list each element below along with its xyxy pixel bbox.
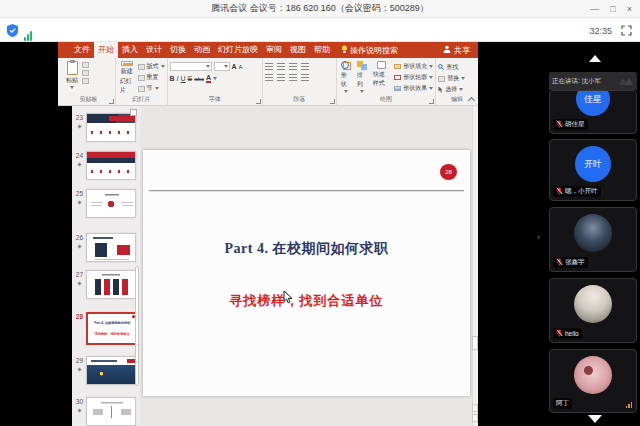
scroll-up-triangle-icon[interactable] — [589, 55, 601, 62]
avatar-photo — [574, 214, 612, 252]
thumbnail-row-28-selected[interactable]: 28 Part 4. 在校期间如何求职 寻找榜样，找到合适单位 — [72, 312, 138, 345]
find-button[interactable]: 查找 — [438, 63, 465, 72]
bullets-icon[interactable] — [265, 63, 273, 70]
section-button[interactable]: 节 — [138, 84, 165, 93]
underline-button[interactable]: U — [181, 75, 186, 82]
shape-fill-icon — [394, 64, 401, 69]
slide-number: 24 — [72, 151, 83, 159]
format-painter-icon[interactable] — [82, 78, 89, 84]
reset-button[interactable]: 重置 — [138, 73, 165, 82]
slide-thumbnail[interactable] — [86, 356, 136, 385]
drawing-dialog-launcher[interactable] — [429, 99, 434, 104]
participant-tile-3[interactable]: 张鑫宇 — [549, 207, 637, 272]
person-icon — [443, 45, 451, 55]
animation-star-icon — [77, 200, 81, 204]
slide-thumbnail[interactable] — [86, 113, 136, 142]
copy-icon[interactable] — [82, 70, 89, 76]
tab-review[interactable]: 审阅 — [262, 42, 286, 58]
ribbon-toolbar: 粘贴 剪贴板 新建 幻灯片 — [58, 58, 478, 106]
editor-scrollbar-thumb[interactable] — [472, 336, 478, 350]
editor-scroll-arrows[interactable] — [472, 404, 478, 422]
thumb-panel-button[interactable] — [130, 109, 137, 116]
font-name-combo[interactable] — [170, 62, 212, 71]
shield-icon — [7, 23, 18, 41]
panel-collapse-chevron-icon[interactable]: › — [537, 232, 540, 242]
tab-home[interactable]: 开始 — [94, 42, 118, 58]
justify-icon[interactable] — [301, 74, 309, 81]
grow-font-button[interactable]: A — [232, 63, 237, 70]
tab-slideshow[interactable]: 幻灯片放映 — [214, 42, 262, 58]
font-size-combo[interactable] — [214, 62, 230, 71]
indent-decrease-icon[interactable] — [289, 63, 297, 70]
connection-signal-icon — [626, 402, 633, 408]
clear-format-button[interactable]: abc — [194, 76, 204, 82]
shape-effects-button[interactable]: 形状效果 — [394, 84, 433, 93]
select-button[interactable]: 选择 — [438, 85, 465, 94]
participant-tile-5[interactable]: 阿丁 — [549, 349, 637, 413]
shape-fill-button[interactable]: 形状填充 — [394, 62, 433, 71]
tab-design[interactable]: 设计 — [142, 42, 166, 58]
bold-button[interactable]: B — [170, 75, 175, 82]
powerpoint-window: 文件 开始 插入 设计 切换 动画 幻灯片放映 审阅 视图 帮助 操作说明搜索 — [58, 42, 478, 426]
slide-thumbnail[interactable] — [86, 189, 136, 218]
tab-view[interactable]: 视图 — [286, 42, 310, 58]
numbering-icon[interactable] — [277, 63, 285, 70]
share-button[interactable]: 共享 — [443, 42, 470, 58]
align-left-icon[interactable] — [265, 74, 273, 81]
participant-tile-4[interactable]: hello — [549, 278, 637, 343]
slide-thumbnail[interactable] — [86, 270, 136, 299]
tab-insert[interactable]: 插入 — [118, 42, 142, 58]
paragraph-dialog-launcher[interactable] — [330, 99, 335, 104]
slide-thumbnail[interactable] — [86, 233, 136, 262]
mouse-cursor-icon — [283, 290, 293, 308]
thumbnail-row-27[interactable]: 27 — [72, 270, 136, 299]
scroll-up-icon[interactable] — [472, 404, 478, 412]
cut-icon[interactable] — [82, 62, 89, 68]
shape-outline-button[interactable]: 形状轮廓 — [394, 73, 433, 82]
minimize-button[interactable]: — — [590, 0, 599, 18]
tab-transitions[interactable]: 切换 — [166, 42, 190, 58]
thumbnail-row-29[interactable]: 29 — [72, 356, 136, 385]
clipboard-dialog-launcher[interactable] — [109, 99, 114, 104]
restore-button[interactable]: □ — [610, 0, 615, 18]
slide-thumbnail[interactable] — [86, 397, 136, 426]
tab-animations[interactable]: 动画 — [190, 42, 214, 58]
close-button[interactable]: × — [627, 0, 632, 18]
thumbnail-row-25[interactable]: 25 — [72, 189, 136, 218]
participant-tile-1[interactable]: 佳星 胡佳星 — [549, 90, 637, 134]
shrink-font-button[interactable]: A — [239, 64, 243, 70]
paste-button[interactable]: 粘贴 — [64, 60, 80, 96]
clipboard-group: 粘贴 剪贴板 — [62, 58, 116, 105]
slide-thumbnail-selected[interactable]: Part 4. 在校期间如何求职 寻找榜样，找到合适单位 — [86, 312, 138, 345]
italic-button[interactable]: I — [177, 75, 179, 82]
arrange-button[interactable]: 排列 — [355, 60, 369, 96]
thumbnail-row-26[interactable]: 26 — [72, 233, 136, 262]
thumbnail-scrollbar[interactable] — [135, 266, 139, 386]
indent-increase-icon[interactable] — [301, 63, 309, 70]
strikethrough-button[interactable]: S — [188, 75, 193, 82]
shapes-button[interactable]: 形状 — [339, 60, 353, 96]
tab-file[interactable]: 文件 — [70, 42, 94, 58]
thumbnail-row-30[interactable]: 30 — [72, 397, 136, 426]
quick-styles-button[interactable]: 快速样式 — [371, 60, 393, 96]
font-color-button[interactable]: A — [206, 74, 211, 83]
slide-thumbnail[interactable] — [86, 151, 136, 180]
scroll-down-icon[interactable] — [472, 414, 478, 422]
scroll-down-triangle-icon[interactable] — [588, 415, 602, 423]
tell-me-search[interactable]: 操作说明搜索 — [341, 42, 398, 58]
quick-styles-icon — [377, 61, 386, 69]
thumbnail-row-24[interactable]: 24 — [72, 151, 136, 180]
replace-button[interactable]: 替换 — [438, 74, 465, 83]
shapes-icon — [341, 61, 351, 70]
participant-tile-2[interactable]: 开叶 嗯，小开叶 — [549, 139, 637, 201]
align-center-icon[interactable] — [277, 74, 285, 81]
tab-help[interactable]: 帮助 — [310, 42, 334, 58]
new-slide-button[interactable]: 新建 幻灯片 — [118, 60, 136, 96]
fullscreen-icon[interactable] — [621, 22, 632, 40]
current-slide-canvas[interactable]: 28 Part 4. 在校期间如何求职 寻找榜样，找到合适单位 — [143, 150, 470, 396]
editor-scrollbar[interactable] — [472, 106, 478, 426]
thumbnail-row-23[interactable]: 23 — [72, 113, 136, 142]
font-dialog-launcher[interactable] — [256, 99, 261, 104]
layout-button[interactable]: 版式 — [138, 62, 165, 71]
align-right-icon[interactable] — [289, 74, 297, 81]
